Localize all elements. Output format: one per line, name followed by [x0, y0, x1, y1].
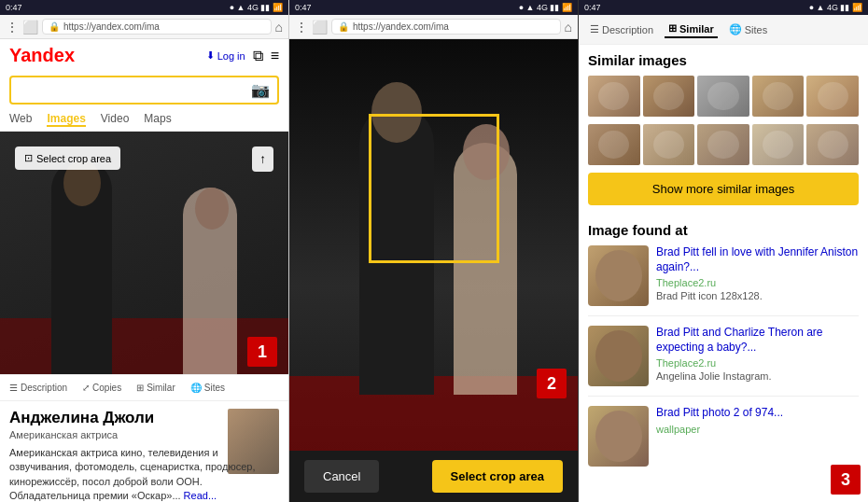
status-bar-2: 0:47 ● ▲ 4G ▮▮ 📶 [289, 0, 578, 15]
description-icon-3: ☰ [590, 23, 599, 35]
similar-thumb-3[interactable] [697, 76, 749, 117]
tab-icon[interactable]: ⬜ [22, 20, 38, 35]
similar-thumb-6[interactable] [588, 124, 640, 165]
status-time-3: 0:47 [584, 3, 601, 12]
camera-icon[interactable]: 📷 [251, 81, 270, 99]
tab-maps[interactable]: Maps [144, 112, 171, 127]
tab-sites-1[interactable]: 🌐 Sites [185, 381, 231, 395]
tab-description-1[interactable]: ☰ Description [4, 381, 73, 395]
result-desc-1: Brad Pitt icon 128x128. [656, 290, 859, 301]
tab-copies[interactable]: ⤢ Copies [77, 381, 127, 395]
similar-thumb-5[interactable] [806, 76, 859, 117]
yandex-logo: Yandex [9, 45, 75, 66]
header-actions: ⬇ Log in ⧉ ≡ [206, 48, 279, 64]
tab-web[interactable]: Web [9, 112, 32, 127]
main-image-area: ⊡ Select crop area ↑ 1 [0, 132, 288, 374]
tab-images[interactable]: Images [47, 112, 85, 127]
similar-thumb-8[interactable] [697, 124, 749, 165]
result-source-2: Theplace2.ru [656, 357, 859, 369]
select-crop-button-2[interactable]: Select crop area [432, 460, 563, 493]
tab-similar-3[interactable]: ⊞ Similar [665, 21, 718, 38]
similar-icon-3: ⊞ [668, 22, 677, 35]
panel3-tabs: ☰ Description ⊞ Similar 🌐 Sites [579, 15, 868, 45]
status-icons-3: ● ▲ 4G ▮▮ 📶 [809, 3, 862, 12]
similar-thumb-9[interactable] [752, 124, 805, 165]
yandex-header: Yandex ⬇ Log in ⧉ ≡ [0, 39, 288, 72]
show-more-button[interactable]: Show more similar images [588, 173, 859, 205]
read-more-link[interactable]: Read... [184, 490, 217, 501]
person-description: Американская актриса кино, телевидения и… [9, 446, 279, 502]
result-desc-2: Angelina Jolie Instagram. [656, 370, 859, 382]
result-thumbnail-2 [588, 326, 649, 386]
status-bar-3: 0:47 ● ▲ 4G ▮▮ 📶 [579, 0, 868, 15]
result-source-3: wallpaper [656, 424, 859, 435]
similar-images-section: Similar images [579, 45, 868, 173]
panel-1: 0:47 ● ▲ 4G ▮▮ 📶 ⋮ ⬜ 🔒 https://yandex.co… [0, 0, 289, 502]
url-text-1: https://yandex.com/ima [63, 21, 160, 32]
result-title-2[interactable]: Brad Pitt and Charlize Theron are expect… [656, 326, 859, 355]
status-icons-1: ● ▲ 4G ▮▮ 📶 [230, 3, 283, 12]
lock-icon-2: 🔒 [338, 21, 349, 32]
url-bar-1[interactable]: 🔒 https://yandex.com/ima [42, 19, 272, 35]
login-button[interactable]: ⬇ Log in [206, 49, 245, 62]
bottom-tabs-1: ☰ Description ⤢ Copies ⊞ Similar 🌐 Sites [0, 374, 288, 401]
result-title-1[interactable]: Brad Pitt fell in love with Jennifer Ani… [656, 245, 859, 274]
similar-thumb-10[interactable] [806, 124, 859, 165]
copy-icon[interactable]: ⧉ [253, 48, 263, 64]
panel1-number: 1 [247, 337, 277, 367]
similar-thumb-4[interactable] [752, 76, 805, 117]
sites-icon-1: 🌐 [190, 383, 202, 393]
browser-bar-1: ⋮ ⬜ 🔒 https://yandex.com/ima ⌂ [0, 15, 288, 39]
result-thumbnail-3 [588, 406, 649, 467]
menu-hamburger-icon[interactable]: ≡ [271, 48, 279, 64]
status-bar-1: 0:47 ● ▲ 4G ▮▮ 📶 [0, 0, 288, 15]
result-item-1[interactable]: Brad Pitt fell in love with Jennifer Ani… [588, 245, 859, 316]
panel-2: 0:47 ● ▲ 4G ▮▮ 📶 ⋮ ⬜ 🔒 https://yandex.co… [289, 0, 579, 502]
select-crop-button[interactable]: ⊡ Select crop area [15, 146, 120, 170]
crop-corner-tr [486, 114, 499, 127]
crop-corner-tl [369, 114, 382, 127]
home-icon-1[interactable]: ⌂ [275, 20, 283, 35]
tab-icon-2[interactable]: ⬜ [312, 20, 328, 35]
show-more-container: Show more similar images [579, 173, 868, 218]
lock-icon-1: 🔒 [49, 21, 60, 32]
sites-icon-3: 🌐 [729, 23, 742, 35]
home-icon-2[interactable]: ⌂ [565, 20, 572, 35]
result-item-2[interactable]: Brad Pitt and Charlize Theron are expect… [588, 326, 859, 397]
crop-frame[interactable] [369, 114, 499, 263]
menu-dots-icon[interactable]: ⋮ [6, 20, 19, 35]
browser-bar-2: ⋮ ⬜ 🔒 https://yandex.com/ima ⌂ [289, 15, 578, 39]
tab-video[interactable]: Video [101, 112, 129, 127]
search-input[interactable] [19, 83, 251, 97]
nav-tabs-1: Web Images Video Maps [0, 108, 288, 132]
result-info-3: Brad Pitt photo 2 of 974... wallpaper [656, 406, 859, 467]
similar-images-title: Similar images [588, 52, 859, 68]
result-title-3[interactable]: Brad Pitt photo 2 of 974... [656, 406, 859, 421]
cancel-button[interactable]: Cancel [304, 460, 379, 493]
menu-dots-icon-2[interactable]: ⋮ [295, 20, 308, 35]
login-icon: ⬇ [206, 49, 215, 62]
similar-grid-row2 [588, 124, 859, 165]
similar-thumb-2[interactable] [643, 76, 695, 117]
result-item-3[interactable]: Brad Pitt photo 2 of 974... wallpaper [588, 406, 859, 476]
login-label: Log in [217, 50, 245, 62]
crop-icon: ⊡ [24, 152, 33, 164]
panel2-bottom-controls: Cancel Select crop area [289, 451, 578, 502]
panel2-image-area: 2 [289, 39, 578, 451]
tab-description-3[interactable]: ☰ Description [586, 21, 657, 37]
share-button[interactable]: ↑ [252, 146, 273, 172]
similar-thumb-1[interactable] [588, 76, 640, 117]
panel2-number: 2 [537, 369, 567, 398]
tab-sites-3[interactable]: 🌐 Sites [725, 21, 771, 37]
result-info-1: Brad Pitt fell in love with Jennifer Ani… [656, 245, 859, 306]
status-icons-2: ● ▲ 4G ▮▮ 📶 [519, 3, 572, 12]
tab-similar-1[interactable]: ⊞ Similar [131, 381, 181, 395]
result-thumbnail-1 [588, 245, 649, 306]
url-bar-2[interactable]: 🔒 https://yandex.com/ima [331, 19, 561, 35]
result-info-2: Brad Pitt and Charlize Theron are expect… [656, 326, 859, 386]
search-bar[interactable]: 📷 [9, 76, 279, 105]
crop-corner-br [486, 250, 499, 263]
select-crop-label: Select crop area [36, 153, 111, 164]
similar-thumb-7[interactable] [643, 124, 695, 165]
similar-icon-1: ⊞ [136, 383, 144, 393]
